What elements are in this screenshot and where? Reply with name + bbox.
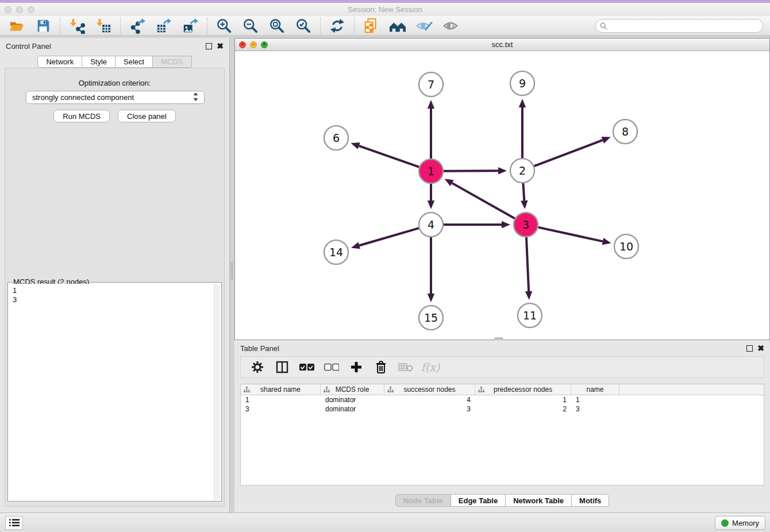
apply-function-icon[interactable]: f(x) <box>423 360 438 375</box>
refresh-view-icon[interactable] <box>329 17 346 34</box>
node-4[interactable]: 4 <box>419 213 443 237</box>
edge-2-9[interactable] <box>519 99 526 158</box>
cell-predecessor-nodes[interactable]: 2 <box>475 405 571 413</box>
column-header-successor-nodes[interactable]: successor nodes <box>384 384 475 395</box>
cell-successor-nodes[interactable]: 3 <box>384 405 475 413</box>
table-header-row: shared nameMCDS rolesuccessor nodesprede… <box>241 384 764 395</box>
open-session-icon[interactable] <box>8 17 25 34</box>
svg-text:6: 6 <box>333 132 340 144</box>
tab-style[interactable]: Style <box>82 56 116 68</box>
edge-3-10[interactable] <box>538 228 611 245</box>
import-table-icon[interactable] <box>95 17 112 34</box>
vertical-splitter-handle[interactable] <box>230 261 233 280</box>
network-view-window: × − + scc.txt 7968124314101511 <box>234 38 770 340</box>
node-1[interactable]: 1 <box>419 159 443 183</box>
edge-1-2[interactable] <box>444 167 507 174</box>
cell-successor-nodes[interactable]: 4 <box>384 396 475 404</box>
mcds-panel: Optimization criterion: strongly connect… <box>5 68 225 507</box>
edge-2-3[interactable] <box>521 183 528 209</box>
close-panel-button[interactable]: Close panel <box>118 110 176 122</box>
import-network-icon[interactable] <box>68 17 86 34</box>
mcds-result-list: 1 3 <box>9 284 220 307</box>
show-column-icon[interactable] <box>275 360 290 375</box>
node-3[interactable]: 3 <box>514 213 538 237</box>
column-header-mcds-role[interactable]: MCDS role <box>321 384 384 395</box>
cell-shared-name[interactable]: 3 <box>241 405 321 413</box>
node-9[interactable]: 9 <box>510 71 534 95</box>
node-15[interactable]: 15 <box>419 306 443 330</box>
criterion-select[interactable]: strongly connected component <box>26 91 205 104</box>
tab-node-table[interactable]: Node Table <box>395 494 451 507</box>
deselect-all-rows-icon[interactable] <box>324 360 339 375</box>
svg-text:3: 3 <box>522 218 529 231</box>
edge-2-8[interactable] <box>534 137 611 166</box>
zoom-out-icon[interactable] <box>242 17 259 34</box>
result-scrollbar[interactable] <box>214 284 220 500</box>
cell-name[interactable]: 1 <box>571 396 619 404</box>
node-6[interactable]: 6 <box>324 126 348 150</box>
edge-4-14[interactable] <box>351 228 419 249</box>
table-row[interactable]: 3dominator323 <box>241 404 764 414</box>
table-row[interactable]: 1dominator411 <box>241 395 764 404</box>
edge-3-1[interactable] <box>445 179 515 218</box>
edge-3-11[interactable] <box>525 237 532 300</box>
tab-network[interactable]: Network <box>37 56 82 68</box>
export-table-icon[interactable] <box>155 17 172 34</box>
network-canvas[interactable]: 7968124314101511 <box>235 51 769 340</box>
svg-text:11: 11 <box>523 309 537 322</box>
control-panel-close-icon[interactable]: ✖ <box>217 43 224 49</box>
table-toolbar: f(x) <box>240 356 764 378</box>
zoom-selected-icon[interactable] <box>295 17 312 34</box>
memory-button[interactable]: Memory <box>715 516 765 530</box>
task-history-button[interactable] <box>5 516 23 530</box>
cell-shared-name[interactable]: 1 <box>241 396 321 404</box>
tab-mcds[interactable]: MCDS <box>153 56 191 68</box>
delete-row-icon[interactable] <box>374 360 388 375</box>
edge-1-4[interactable] <box>428 184 434 209</box>
home-icon[interactable] <box>389 17 406 34</box>
svg-text:9: 9 <box>519 77 526 90</box>
show-graphics-details-icon[interactable] <box>442 17 459 34</box>
column-header-predecessor-nodes[interactable]: predecessor nodes <box>475 384 571 395</box>
delete-table-icon[interactable] <box>398 360 413 375</box>
table-panel: Table Panel ✖ f(x) shared nameMCDS rol <box>234 340 770 512</box>
select-all-rows-icon[interactable] <box>299 360 314 375</box>
tab-select[interactable]: Select <box>116 56 153 68</box>
hide-graphics-details-icon[interactable] <box>415 17 433 34</box>
node-2[interactable]: 2 <box>510 159 534 183</box>
save-session-icon[interactable] <box>34 17 52 34</box>
export-image-icon[interactable] <box>182 17 199 34</box>
node-8[interactable]: 8 <box>613 119 637 144</box>
edge-4-3[interactable] <box>444 221 510 228</box>
tab-edge-table[interactable]: Edge Table <box>451 494 506 507</box>
column-header-shared-name[interactable]: shared name <box>241 384 321 395</box>
table-panel-close-icon[interactable]: ✖ <box>757 345 764 352</box>
node-table[interactable]: shared nameMCDS rolesuccessor nodesprede… <box>240 384 764 485</box>
zoom-in-icon[interactable] <box>215 17 233 34</box>
edge-1-6[interactable] <box>351 142 419 167</box>
node-10[interactable]: 10 <box>614 234 638 259</box>
run-mcds-button[interactable]: Run MCDS <box>53 110 110 122</box>
column-header-name[interactable]: name <box>571 384 619 395</box>
node-11[interactable]: 11 <box>518 303 542 327</box>
node-14[interactable]: 14 <box>324 240 348 264</box>
cell-mcds-role[interactable]: dominator <box>321 405 384 413</box>
horizontal-splitter-handle[interactable] <box>494 337 503 340</box>
network-graph[interactable]: 7968124314101511 <box>235 51 769 340</box>
table-options-icon[interactable] <box>250 360 265 375</box>
clone-network-icon[interactable] <box>363 17 380 34</box>
table-panel-float-icon[interactable] <box>746 345 753 352</box>
cell-mcds-role[interactable]: dominator <box>321 396 384 404</box>
edge-4-15[interactable] <box>428 237 434 302</box>
tab-motifs[interactable]: Motifs <box>572 494 609 507</box>
tab-network-table[interactable]: Network Table <box>506 494 572 507</box>
zoom-fit-icon[interactable] <box>268 17 286 34</box>
node-7[interactable]: 7 <box>419 72 443 97</box>
export-network-icon[interactable] <box>129 17 146 34</box>
add-row-icon[interactable] <box>349 360 364 375</box>
search-input[interactable] <box>595 19 763 33</box>
control-panel-float-icon[interactable] <box>206 43 212 49</box>
cell-name[interactable]: 3 <box>571 405 619 413</box>
edge-1-7[interactable] <box>428 100 434 159</box>
cell-predecessor-nodes[interactable]: 1 <box>475 396 571 404</box>
